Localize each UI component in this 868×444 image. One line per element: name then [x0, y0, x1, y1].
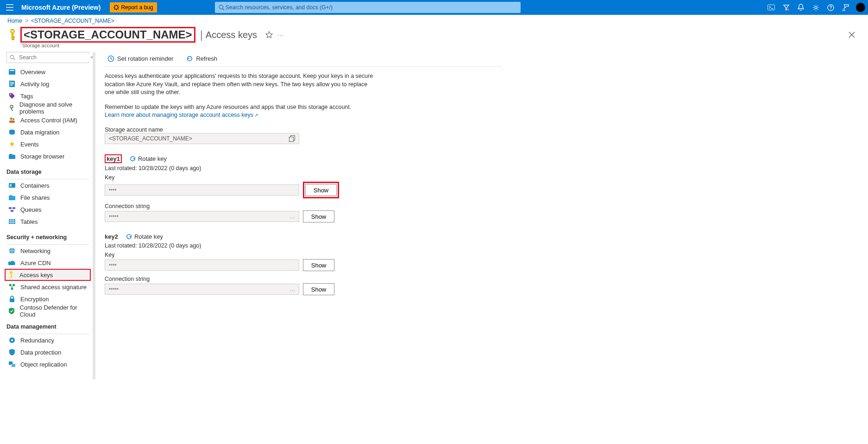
key-icon: [7, 29, 18, 41]
sidebar-item-events[interactable]: Events: [6, 138, 89, 150]
favorite-star-icon[interactable]: [265, 31, 273, 38]
svg-point-22: [10, 105, 13, 108]
events-icon: [8, 141, 16, 147]
shield-icon: [8, 308, 15, 314]
show-key1-button[interactable]: Show: [305, 184, 337, 196]
report-bug-button[interactable]: Report a bug: [110, 2, 157, 13]
svg-rect-15: [9, 69, 15, 75]
iam-icon: [8, 117, 16, 123]
global-search[interactable]: [215, 2, 521, 13]
user-avatar[interactable]: [856, 3, 865, 12]
menu-search-input[interactable]: [18, 54, 89, 61]
svg-point-4: [787, 8, 789, 11]
svg-rect-35: [11, 273, 12, 278]
migration-icon: [8, 129, 16, 135]
svg-point-9: [12, 31, 13, 32]
sidebar-item-access-keys[interactable]: Access keys: [5, 269, 91, 281]
refresh-button[interactable]: Refresh: [183, 55, 220, 63]
svg-point-42: [11, 339, 13, 341]
sidebar-item-storage-browser[interactable]: Storage browser: [6, 150, 89, 162]
resource-menu: « Overview Activity log Tags Diagnose an…: [0, 52, 93, 380]
feedback-icon[interactable]: [838, 0, 852, 14]
more-icon[interactable]: …: [289, 286, 295, 292]
svg-rect-19: [10, 83, 14, 84]
svg-rect-3: [767, 5, 774, 10]
global-search-input[interactable]: [225, 4, 517, 11]
svg-point-24: [13, 118, 14, 120]
collapse-menu-icon[interactable]: «: [90, 54, 94, 60]
key2-key-field: ••••: [105, 260, 299, 271]
sidebar-item-tables[interactable]: Tables: [6, 216, 89, 228]
svg-point-5: [815, 6, 817, 9]
sidebar-section-data-storage: Data storage: [6, 169, 89, 177]
external-link-icon: ↗: [254, 113, 258, 118]
sidebar-item-encryption[interactable]: Encryption: [6, 293, 89, 305]
sidebar-item-sas[interactable]: Shared access signature: [6, 281, 89, 293]
sidebar-item-queues[interactable]: Queues: [6, 203, 89, 216]
refresh-icon: [186, 55, 193, 62]
lock-icon: [8, 296, 16, 302]
sidebar-item-azure-cdn[interactable]: Azure CDN: [6, 257, 89, 269]
learn-more-link[interactable]: Learn more about managing storage accoun…: [105, 112, 258, 118]
sidebar-item-tags[interactable]: Tags: [6, 90, 89, 102]
copy-icon[interactable]: [289, 135, 295, 142]
settings-icon[interactable]: [809, 0, 823, 14]
notifications-icon[interactable]: [794, 0, 808, 14]
key-icon: [7, 271, 15, 279]
breadcrumb-current[interactable]: <STORAGE_ACCOUNT_NAME>: [31, 18, 114, 24]
rotate-key2-button[interactable]: Rotate key: [123, 233, 166, 241]
sidebar-item-overview[interactable]: Overview: [6, 66, 89, 78]
svg-rect-40: [10, 298, 14, 302]
svg-point-1: [219, 5, 223, 9]
breadcrumb-home[interactable]: Home: [7, 18, 22, 24]
sidebar-item-activity-log[interactable]: Activity log: [6, 78, 89, 90]
sidebar-item-data-protection[interactable]: Data protection: [6, 346, 89, 358]
rotate-key1-button[interactable]: Rotate key: [126, 155, 170, 163]
sidebar-item-defender[interactable]: Contoso Defender for Cloud: [6, 305, 89, 317]
rotate-icon: [129, 155, 136, 162]
key2-heading: key2: [105, 233, 118, 240]
hamburger-icon[interactable]: [3, 0, 17, 14]
svg-point-13: [10, 55, 14, 59]
menu-search[interactable]: [6, 52, 89, 63]
page-subtitle: Storage account: [0, 43, 868, 48]
brand-title[interactable]: Microsoft Azure (Preview): [21, 4, 101, 11]
show-connstr1-button[interactable]: Show: [303, 210, 334, 222]
sidebar-item-containers[interactable]: Containers: [6, 179, 89, 191]
account-name-label: Storage account name: [105, 127, 502, 133]
svg-point-39: [11, 288, 13, 290]
key1-heading: key1: [105, 154, 122, 163]
svg-rect-12: [13, 39, 14, 40]
page-title-section: Access keys: [206, 30, 257, 40]
sidebar-item-data-migration[interactable]: Data migration: [6, 126, 89, 138]
svg-rect-18: [10, 82, 14, 83]
redundancy-icon: [8, 337, 16, 343]
sidebar-item-redundancy[interactable]: Redundancy: [6, 334, 89, 346]
set-rotation-reminder-button[interactable]: Set rotation reminder: [105, 55, 176, 63]
directory-filter-icon[interactable]: [779, 0, 793, 14]
key2-key-label: Key: [105, 252, 502, 258]
show-key2-button[interactable]: Show: [303, 259, 334, 271]
svg-point-23: [10, 118, 13, 120]
sidebar-item-diagnose[interactable]: Diagnose and solve problems: [6, 102, 89, 114]
svg-rect-32: [9, 219, 15, 224]
key1-last-rotated: Last rotated: 10/28/2022 (0 days ago): [105, 165, 502, 171]
more-actions-icon[interactable]: ···: [277, 32, 284, 38]
sidebar-item-object-replication[interactable]: Object replication: [6, 358, 89, 370]
key1-connstr-label: Connection string: [105, 203, 502, 209]
search-icon: [219, 5, 225, 11]
sas-icon: [8, 284, 16, 290]
help-icon[interactable]: [824, 0, 837, 14]
sidebar-item-networking[interactable]: Networking: [6, 245, 89, 257]
sidebar-item-file-shares[interactable]: File shares: [6, 191, 89, 203]
queue-icon: [8, 207, 16, 212]
svg-rect-29: [9, 207, 12, 209]
cloud-shell-icon[interactable]: [764, 0, 778, 14]
close-blade-button[interactable]: [845, 28, 859, 42]
page-title-account: <STORAGE_ACCOUNT_NAME>: [20, 27, 195, 43]
more-icon[interactable]: …: [289, 213, 295, 220]
browser-icon: [8, 154, 16, 159]
key1-key-label: Key: [105, 174, 502, 181]
show-connstr2-button[interactable]: Show: [303, 283, 334, 295]
sidebar-item-iam[interactable]: Access Control (IAM): [6, 114, 89, 126]
